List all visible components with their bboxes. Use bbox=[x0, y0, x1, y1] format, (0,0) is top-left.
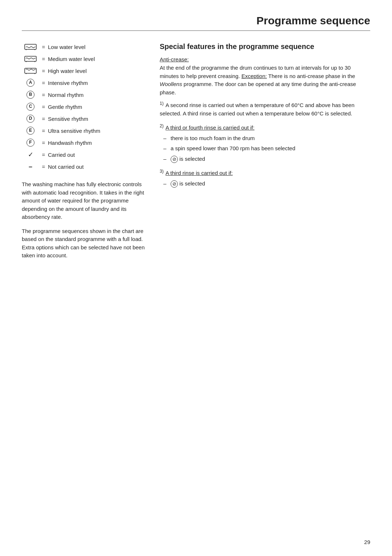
low-water-label: Low water level bbox=[48, 44, 145, 50]
sensitive-rhythm-label: Sensitive rhythm bbox=[48, 116, 145, 122]
bullet-text: is selected bbox=[179, 156, 205, 162]
high-water-icon bbox=[22, 68, 39, 74]
bullet-text: a spin speed lower than 700 rpm has been… bbox=[171, 145, 295, 151]
intensive-rhythm-label: Intensive rhythm bbox=[48, 80, 145, 86]
list-item: ✓ = Carried out bbox=[22, 150, 145, 160]
page-title: Programme sequence bbox=[22, 15, 370, 31]
symbol-legend: = Low water level = Medium water l bbox=[22, 42, 145, 172]
handwash-rhythm-label: Handwash rhythm bbox=[48, 140, 145, 146]
gentle-rhythm-icon: C bbox=[22, 103, 39, 111]
high-water-label: High water level bbox=[48, 68, 145, 74]
list-item: = Low water level bbox=[22, 42, 145, 52]
carried-out-icon: ✓ bbox=[22, 151, 39, 159]
not-carried-out-label: Not carried out bbox=[48, 164, 145, 170]
note-1-text: A second rinse is carried out when a tem… bbox=[160, 102, 355, 116]
list-item: a spin speed lower than 700 rpm has been… bbox=[163, 144, 370, 153]
bullet-text: is selected bbox=[179, 180, 205, 187]
content-area: = Low water level = Medium water l bbox=[22, 42, 370, 266]
note-3: 3) A third rinse is carried out if: ⊘ is… bbox=[160, 168, 370, 188]
left-column: = Low water level = Medium water l bbox=[22, 42, 145, 266]
medium-water-icon bbox=[22, 56, 39, 62]
intensive-rhythm-icon: A bbox=[22, 79, 39, 87]
medium-water-label: Medium water level bbox=[48, 56, 145, 62]
list-item: C = Gentle rhythm bbox=[22, 102, 145, 112]
anti-crease-text: At the end of the programme the drum con… bbox=[160, 64, 370, 97]
no-spin-icon-2: ⊘ bbox=[171, 180, 178, 188]
note-3-heading: A third rinse is carried out if: bbox=[166, 170, 233, 176]
list-item: A = Intensive rhythm bbox=[22, 78, 145, 88]
note-2: 2) A third or fourth rinse is carried ou… bbox=[160, 123, 370, 163]
anti-crease-label: Anti-crease: bbox=[160, 56, 370, 62]
carried-out-label: Carried out bbox=[48, 152, 145, 158]
not-carried-out-icon: – bbox=[22, 163, 39, 171]
notes-list: 1) A second rinse is carried out when a … bbox=[160, 100, 370, 188]
gentle-rhythm-label: Gentle rhythm bbox=[48, 104, 145, 110]
svg-rect-3 bbox=[25, 56, 36, 61]
note-1: 1) A second rinse is carried out when a … bbox=[160, 100, 370, 118]
list-item: = Medium water level bbox=[22, 54, 145, 64]
sensitive-rhythm-icon: D bbox=[22, 115, 39, 123]
low-water-icon bbox=[22, 44, 39, 50]
normal-rhythm-icon: B bbox=[22, 91, 39, 99]
section-title: Special features in the programme sequen… bbox=[160, 42, 370, 51]
page-container: Programme sequence bbox=[0, 0, 392, 287]
page-number: 29 bbox=[364, 539, 370, 545]
list-item: ⊘ is selected bbox=[163, 180, 370, 188]
list-item: = High water level bbox=[22, 66, 145, 76]
list-item: B = Normal rhythm bbox=[22, 90, 145, 100]
note-2-heading: A third or fourth rinse is carried out i… bbox=[166, 124, 254, 131]
ultra-sensitive-rhythm-icon: E bbox=[22, 127, 39, 135]
list-item: there is too much foam in the drum bbox=[163, 134, 370, 143]
left-para-1: The washing machine has fully electronic… bbox=[22, 180, 145, 221]
left-para-2: The programme sequences shown in the cha… bbox=[22, 227, 145, 260]
normal-rhythm-label: Normal rhythm bbox=[48, 92, 145, 98]
exception-label: Exception: bbox=[241, 73, 267, 79]
list-item: E = Ultra sensitive rhythm bbox=[22, 126, 145, 136]
bullet-text: there is too much foam in the drum bbox=[171, 135, 255, 141]
note-3-bullets: ⊘ is selected bbox=[163, 180, 370, 188]
list-item: ⊘ is selected bbox=[163, 155, 370, 163]
list-item: F = Handwash rhythm bbox=[22, 138, 145, 148]
note-2-bullets: there is too much foam in the drum a spi… bbox=[163, 134, 370, 163]
right-column: Special features in the programme sequen… bbox=[160, 42, 370, 193]
list-item: – = Not carried out bbox=[22, 162, 145, 172]
list-item: D = Sensitive rhythm bbox=[22, 114, 145, 124]
no-spin-icon: ⊘ bbox=[171, 156, 178, 163]
ultra-sensitive-rhythm-label: Ultra sensitive rhythm bbox=[48, 128, 145, 134]
handwash-rhythm-icon: F bbox=[22, 139, 39, 147]
